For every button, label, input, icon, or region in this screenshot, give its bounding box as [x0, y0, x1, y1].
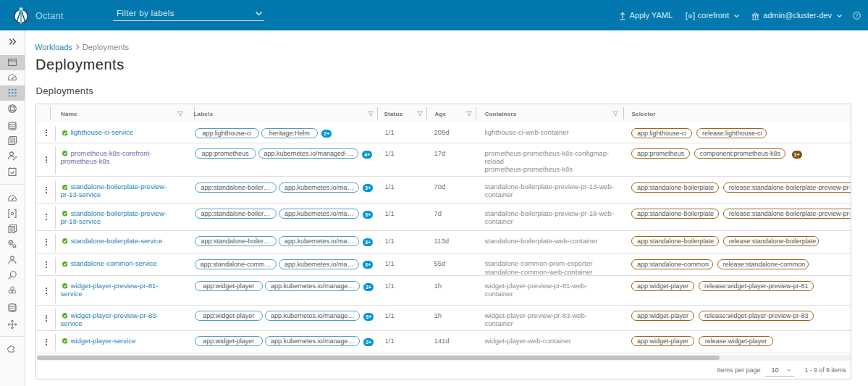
svg-text:?: ?: [856, 13, 859, 18]
